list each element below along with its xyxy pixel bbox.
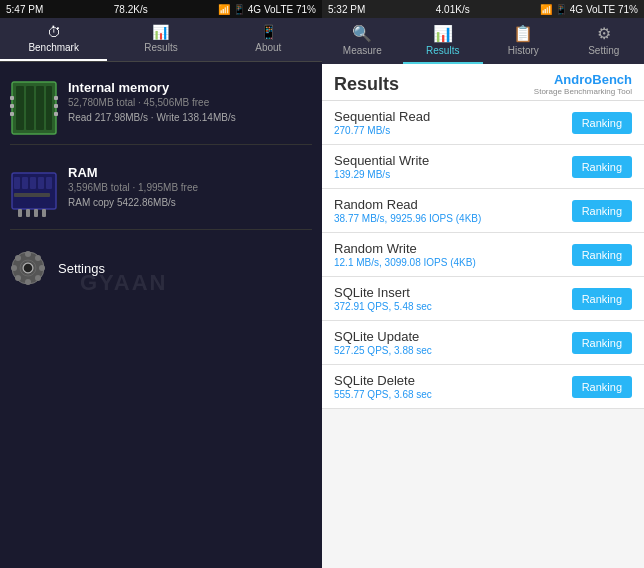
- right-panel: 5:32 PM 4.01K/s 📶 📱 4G VoLTE 71% 🔍 Measu…: [322, 0, 644, 568]
- result-name: Sequential Read: [334, 109, 572, 124]
- right-status-bar: 5:32 PM 4.01K/s 📶 📱 4G VoLTE 71%: [322, 0, 644, 18]
- svg-rect-16: [46, 177, 52, 189]
- ranking-button[interactable]: Ranking: [572, 244, 632, 266]
- result-info: Sequential Read 270.77 MB/s: [334, 109, 572, 136]
- right-time: 5:32 PM: [328, 4, 365, 15]
- tab-about-label: About: [255, 42, 281, 53]
- tab-about[interactable]: 📱 About: [215, 18, 322, 61]
- ranking-button[interactable]: Ranking: [572, 112, 632, 134]
- settings-icon: [10, 250, 46, 286]
- results-icon-right: 📊: [433, 24, 453, 43]
- result-name: Random Read: [334, 197, 572, 212]
- androbench-logo: AndroBench Storage Benchmarking Tool: [534, 72, 632, 96]
- svg-rect-9: [54, 104, 58, 108]
- result-name: SQLite Update: [334, 329, 572, 344]
- tab-results-label-left: Results: [144, 42, 177, 53]
- result-item: Random Write 12.1 MB/s, 3099.08 IOPS (4K…: [322, 233, 644, 277]
- result-value: 270.77 MB/s: [334, 125, 572, 136]
- result-name: Random Write: [334, 241, 572, 256]
- svg-point-25: [25, 279, 31, 285]
- tab-benchmark-label: Benchmark: [28, 42, 79, 53]
- ranking-button[interactable]: Ranking: [572, 288, 632, 310]
- internal-memory-title: Internal memory: [68, 80, 312, 95]
- tab-results-left[interactable]: 📊 Results: [107, 18, 214, 61]
- result-value: 372.91 QPS, 5.48 sec: [334, 301, 572, 312]
- svg-rect-6: [10, 104, 14, 108]
- ram-icon: [10, 165, 58, 221]
- history-icon: 📋: [513, 24, 533, 43]
- result-name: Sequential Write: [334, 153, 572, 168]
- right-network: 4.01K/s: [436, 4, 470, 15]
- left-panel: 5:47 PM 78.2K/s 📶 📱 4G VoLTE 71% ⏱ Bench…: [0, 0, 322, 568]
- tab-measure[interactable]: 🔍 Measure: [322, 18, 403, 64]
- svg-rect-7: [10, 112, 14, 116]
- svg-point-24: [25, 251, 31, 257]
- tab-results-right[interactable]: 📊 Results: [403, 18, 484, 64]
- internal-memory-info: Internal memory 52,780MB total · 45,506M…: [68, 80, 312, 123]
- svg-point-23: [22, 262, 34, 274]
- left-network: 78.2K/s: [114, 4, 148, 15]
- ranking-button[interactable]: Ranking: [572, 200, 632, 222]
- tab-benchmark[interactable]: ⏱ Benchmark: [0, 18, 107, 61]
- about-icon: 📱: [260, 24, 277, 40]
- results-icon-left: 📊: [152, 24, 169, 40]
- internal-memory-speed: Read 217.98MB/s · Write 138.14MB/s: [68, 112, 312, 123]
- ranking-button[interactable]: Ranking: [572, 332, 632, 354]
- benchmark-icon: ⏱: [47, 24, 61, 40]
- ranking-button[interactable]: Ranking: [572, 156, 632, 178]
- left-signal: 📶 📱 4G VoLTE 71%: [218, 4, 316, 15]
- right-header: Results AndroBench Storage Benchmarking …: [322, 64, 644, 101]
- ranking-button[interactable]: Ranking: [572, 376, 632, 398]
- tab-results-label-right: Results: [426, 45, 459, 56]
- result-info: SQLite Update 527.25 QPS, 3.88 sec: [334, 329, 572, 356]
- result-name: SQLite Delete: [334, 373, 572, 388]
- androbench-sub: Storage Benchmarking Tool: [534, 87, 632, 96]
- tab-history[interactable]: 📋 History: [483, 18, 564, 64]
- settings-label: Settings: [58, 261, 105, 276]
- left-status-bar: 5:47 PM 78.2K/s 📶 📱 4G VoLTE 71%: [0, 0, 322, 18]
- svg-rect-12: [14, 177, 20, 189]
- result-value: 12.1 MB/s, 3099.08 IOPS (4KB): [334, 257, 572, 268]
- result-info: SQLite Insert 372.91 QPS, 5.48 sec: [334, 285, 572, 312]
- tab-setting-label: Setting: [588, 45, 619, 56]
- result-value: 555.77 QPS, 3.68 sec: [334, 389, 572, 400]
- result-info: SQLite Delete 555.77 QPS, 3.68 sec: [334, 373, 572, 400]
- result-value: 527.25 QPS, 3.88 sec: [334, 345, 572, 356]
- result-item: SQLite Delete 555.77 QPS, 3.68 sec Ranki…: [322, 365, 644, 409]
- svg-rect-17: [14, 193, 50, 197]
- settings-item[interactable]: Settings: [10, 242, 312, 294]
- result-info: Sequential Write 139.29 MB/s: [334, 153, 572, 180]
- svg-point-30: [35, 255, 41, 261]
- results-page-title: Results: [334, 74, 399, 95]
- measure-icon: 🔍: [352, 24, 372, 43]
- svg-point-29: [35, 275, 41, 281]
- result-item: Sequential Write 139.29 MB/s Ranking: [322, 145, 644, 189]
- left-tab-bar: ⏱ Benchmark 📊 Results 📱 About: [0, 18, 322, 62]
- left-time: 5:47 PM: [6, 4, 43, 15]
- ram-speed: RAM copy 5422.86MB/s: [68, 197, 312, 208]
- result-item: SQLite Update 527.25 QPS, 3.88 sec Ranki…: [322, 321, 644, 365]
- ram-title: RAM: [68, 165, 312, 180]
- androbench-name: AndroBench: [554, 72, 632, 87]
- svg-rect-3: [36, 86, 44, 130]
- svg-rect-20: [34, 209, 38, 217]
- internal-memory-sub: 52,780MB total · 45,506MB free: [68, 97, 312, 108]
- svg-point-28: [15, 255, 21, 261]
- internal-memory-card: Internal memory 52,780MB total · 45,506M…: [10, 72, 312, 145]
- tab-setting[interactable]: ⚙ Setting: [564, 18, 645, 64]
- svg-rect-21: [42, 209, 46, 217]
- svg-rect-19: [26, 209, 30, 217]
- internal-memory-icon: [10, 80, 58, 136]
- svg-rect-13: [22, 177, 28, 189]
- result-item: Sequential Read 270.77 MB/s Ranking: [322, 101, 644, 145]
- result-item: Random Read 38.77 MB/s, 9925.96 IOPS (4K…: [322, 189, 644, 233]
- svg-point-26: [11, 265, 17, 271]
- svg-rect-14: [30, 177, 36, 189]
- result-name: SQLite Insert: [334, 285, 572, 300]
- svg-rect-2: [26, 86, 34, 130]
- result-info: Random Read 38.77 MB/s, 9925.96 IOPS (4K…: [334, 197, 572, 224]
- svg-rect-4: [46, 86, 52, 130]
- result-value: 139.29 MB/s: [334, 169, 572, 180]
- setting-icon: ⚙: [597, 24, 611, 43]
- result-info: Random Write 12.1 MB/s, 3099.08 IOPS (4K…: [334, 241, 572, 268]
